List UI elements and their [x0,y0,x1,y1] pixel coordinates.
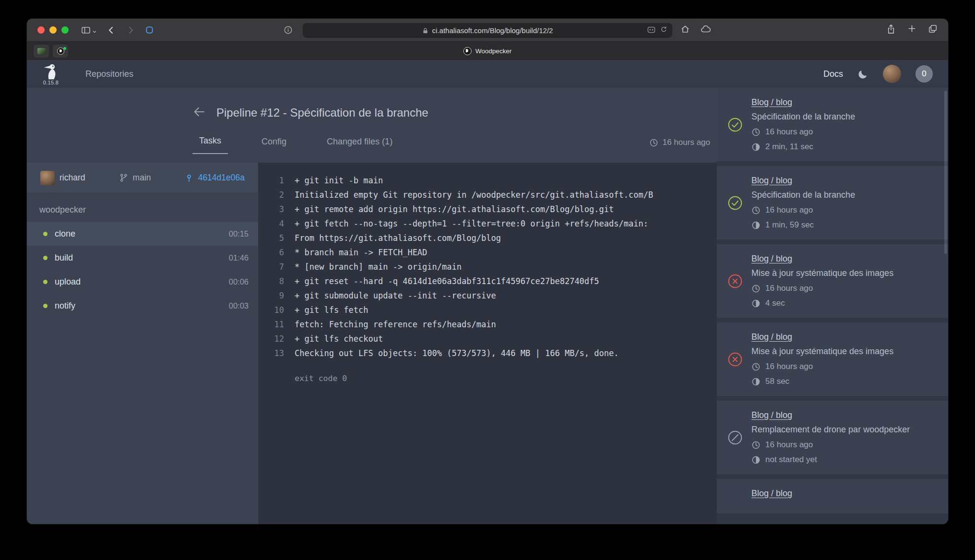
nav-repositories[interactable]: Repositories [85,69,133,79]
forward-button[interactable] [126,25,135,35]
pipeline-age: 16 hours ago [751,284,938,293]
clock-icon [751,284,761,293]
repo-link[interactable]: Blog / blog [751,97,792,107]
commit-message: Remplacement de drone par woodpecker [751,425,938,435]
new-tab-icon[interactable] [907,24,916,36]
pipeline-duration: 58 sec [751,377,938,386]
log-line: 11fetch: Fetching reference refs/heads/m… [267,317,708,332]
repo-link[interactable]: Blog / blog [751,410,792,420]
pipeline-card[interactable]: Blog / blog [717,479,948,513]
commit-icon [185,173,193,183]
log-line: 1+ git init -b main [267,173,708,188]
step-group-label: woodpecker [27,193,258,222]
notification-badge[interactable]: 0 [916,65,933,83]
app-version: 0.15.8 [43,80,59,85]
sidebar-toggle-icon[interactable] [81,25,97,35]
step-upload[interactable]: upload 00:06 [27,270,258,294]
pipeline-time: 16 hours ago [649,138,710,154]
traffic-lights [37,26,69,34]
commit-hash-link[interactable]: 4614d1e06a [198,173,245,183]
home-icon[interactable] [680,24,690,36]
pipeline-duration: 1 min, 59 sec [751,220,938,230]
content-blocker-icon[interactable] [647,26,655,35]
branch-name: main [133,173,151,183]
pipeline-card[interactable]: Blog / blog Spécification de la branche … [717,166,948,239]
log-line: 13Checking out LFS objects: 100% (573/57… [267,346,708,360]
pipeline-age: 16 hours ago [751,362,938,371]
user-avatar[interactable] [883,65,901,83]
clock-icon [751,206,761,215]
url-text: ci.athaliasoft.com/Blog/blog/build/12/2 [432,26,553,35]
pinned-tab-2[interactable] [53,45,68,58]
tab-title: Woodpecker [476,48,512,55]
sidebar-scrollbar[interactable] [944,91,947,254]
step-build[interactable]: build 01:46 [27,246,258,270]
tab-changed-files[interactable]: Changed files (1) [320,137,399,154]
log-line: 3+ git remote add origin https://git.ath… [267,202,708,216]
duration-icon [751,221,761,230]
back-arrow-icon[interactable] [192,105,206,120]
info-icon[interactable] [284,25,293,36]
commit-message: Spécification de la branche [751,190,938,200]
clock-icon [649,138,658,147]
clock-icon [751,128,761,137]
woodpecker-favicon [464,47,472,55]
status-icon [727,489,743,504]
step-status-dot [43,256,48,260]
log-line: 4+ git fetch --no-tags --depth=1 --filte… [267,216,708,231]
browser-window: ci.athaliasoft.com/Blog/blog/build/12/2 [27,19,948,524]
pipeline-card[interactable]: Blog / blog Remplacement de drone par wo… [717,401,948,474]
tab-config[interactable]: Config [255,137,293,154]
pipeline-tabs: Tasks Config Changed files (1) 16 hours … [192,136,710,154]
pipeline-card[interactable]: Blog / blog Spécification de la branche … [717,88,948,161]
pipeline-duration: 4 sec [751,298,938,308]
log-line: 5From https://git.athaliasoft.com/Blog/b… [267,231,708,245]
failure-x-icon [727,352,743,367]
pipeline-card[interactable]: Blog / blog Mise à jour systématique des… [717,244,948,318]
branch-item: main [119,173,151,183]
repo-link[interactable]: Blog / blog [751,254,792,263]
close-window-button[interactable] [37,26,45,34]
not-started-icon [727,430,743,445]
nav-docs[interactable]: Docs [823,69,843,79]
active-tab[interactable]: Woodpecker [464,42,512,60]
log-line: 7* [new branch] main -> origin/main [267,260,708,274]
app-navbar: 0.15.8 Repositories Docs 0 [27,60,948,88]
step-notify[interactable]: notify 00:03 [27,294,258,318]
zoom-window-button[interactable] [61,26,69,34]
author-name: richard [59,173,85,183]
woodpecker-logo[interactable]: 0.15.8 [42,63,59,85]
back-button[interactable] [107,25,116,35]
address-bar[interactable]: ci.athaliasoft.com/Blog/blog/build/12/2 [303,23,672,38]
page-icon[interactable] [145,25,154,35]
active-dot [63,47,66,50]
pipeline-header: Pipeline #12 - Spécification de la branc… [27,88,717,163]
branch-icon [119,173,128,182]
lock-icon [422,27,428,34]
minimize-window-button[interactable] [49,26,57,34]
pinned-tab-1-favicon [37,48,46,54]
dark-mode-toggle-icon[interactable] [857,69,868,80]
tab-tasks[interactable]: Tasks [192,136,228,154]
pipeline-duration: not started yet [751,455,938,465]
duration-icon [751,143,761,152]
repo-link[interactable]: Blog / blog [751,489,792,498]
tab-overview-icon[interactable] [928,24,938,36]
exit-code: exit code 0 [295,373,708,384]
step-status-dot [43,280,48,284]
cloud-icon[interactable] [701,24,711,36]
commit-item[interactable]: 4614d1e06a [185,173,245,183]
pipeline-card[interactable]: Blog / blog Mise à jour systématique des… [717,322,948,396]
reload-icon[interactable] [660,26,667,35]
failure-x-icon [727,274,743,289]
pinned-tab-1[interactable] [34,45,49,58]
repo-link[interactable]: Blog / blog [751,176,792,185]
step-status-dot [43,304,48,308]
step-clone[interactable]: clone 00:15 [27,222,258,246]
repo-link[interactable]: Blog / blog [751,332,792,342]
share-icon[interactable] [886,24,896,36]
woodpecker-app: 0.15.8 Repositories Docs 0 [27,60,948,524]
pipeline-age: 16 hours ago [751,440,938,450]
pipeline-main: Pipeline #12 - Spécification de la branc… [27,88,717,524]
pipeline-duration: 2 min, 11 sec [751,142,938,152]
